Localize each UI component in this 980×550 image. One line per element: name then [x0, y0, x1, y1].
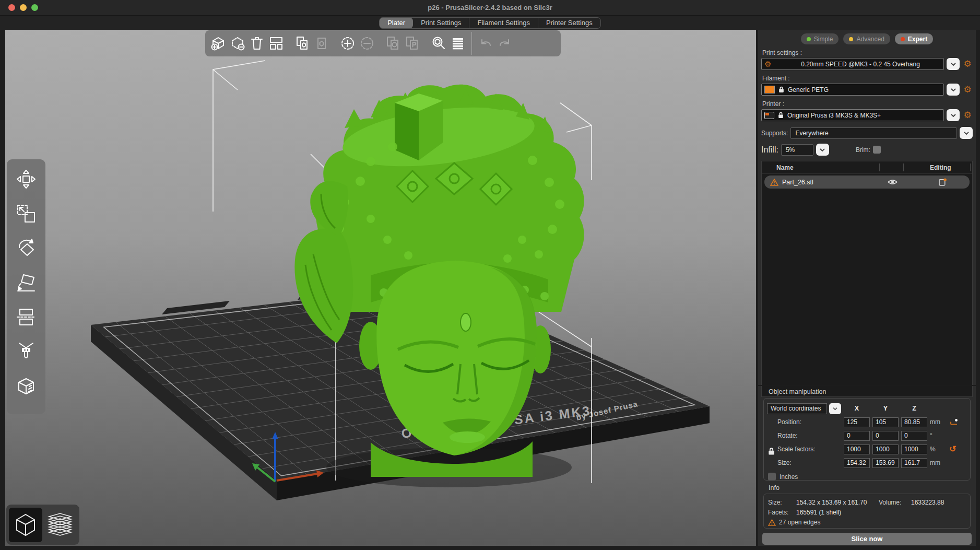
reset-scale-icon[interactable]: ↺: [949, 445, 961, 453]
infill-dropdown-button[interactable]: [816, 144, 829, 156]
slice-now-button[interactable]: Slice now: [762, 533, 972, 545]
info-facets-value: 165591 (1 shell): [796, 509, 879, 516]
undo-icon[interactable]: [477, 30, 494, 56]
delete-object-icon[interactable]: [229, 30, 246, 56]
tab-plater[interactable]: Plater: [380, 18, 413, 28]
print-settings-combo[interactable]: ⚙ 0.20mm SPEED @MK3 - 0.2 45 Overhang: [761, 58, 944, 70]
seam-painting-icon[interactable]: [13, 373, 39, 399]
brim-label: Brim:: [856, 146, 870, 154]
variable-layer-height-icon[interactable]: [449, 30, 467, 56]
tab-print-settings[interactable]: Print Settings: [413, 18, 469, 28]
coordinates-dropdown-button[interactable]: [829, 403, 841, 414]
scale-icon[interactable]: [13, 201, 39, 226]
delete-all-icon[interactable]: [248, 30, 266, 56]
split-to-objects-icon[interactable]: [384, 30, 402, 56]
view-switcher: [6, 505, 79, 545]
inches-checkbox[interactable]: [768, 473, 776, 481]
info-panel: Size: 154.32 x 153.69 x 161.70 Volume: 1…: [763, 494, 971, 529]
position-z-input[interactable]: [901, 417, 927, 427]
rotate-z-input[interactable]: [901, 431, 927, 441]
coordinates-select[interactable]: World coordinates: [767, 403, 827, 414]
panel-divider: [758, 385, 976, 386]
inches-label: Inches: [780, 473, 798, 481]
printer-bed-icon: [764, 112, 774, 119]
info-volume-label: Volume:: [879, 499, 911, 506]
position-x-input[interactable]: [844, 417, 870, 427]
rotate-x-input[interactable]: [844, 431, 870, 441]
position-label: Position:: [767, 418, 841, 426]
drop-to-bed-icon[interactable]: [949, 418, 959, 426]
prusaslicer-window: { "window": { "title": "p26 - PrusaSlice…: [0, 0, 980, 550]
info-title: Info: [769, 484, 780, 492]
object-name: Part_26.stl: [782, 179, 813, 186]
scale-y-input[interactable]: [872, 444, 899, 454]
filament-label: Filament :: [762, 75, 973, 82]
eye-icon[interactable]: [888, 179, 898, 185]
scene-canvas[interactable]: ORIGINAL PRUSA i3 MK3 by Josef Prusa: [5, 30, 756, 546]
axis-x-header: X: [844, 405, 870, 412]
size-label: Size:: [767, 459, 841, 466]
printer-edit-gear-icon[interactable]: ⚙: [962, 111, 973, 120]
add-instance-icon[interactable]: [339, 30, 357, 56]
redo-icon[interactable]: [496, 30, 514, 56]
position-y-input[interactable]: [872, 417, 899, 427]
column-name: Name: [776, 164, 794, 171]
scale-factors-label: Scale factors:: [767, 446, 841, 453]
move-icon[interactable]: [13, 167, 39, 192]
place-on-face-icon[interactable]: [13, 270, 39, 295]
paint-on-supports-icon[interactable]: [13, 339, 39, 364]
info-size-value: 154.32 x 153.69 x 161.70: [796, 499, 879, 506]
filament-combo[interactable]: Generic PETG: [761, 84, 944, 96]
cut-icon[interactable]: [13, 305, 39, 330]
lock-icon: [778, 86, 784, 93]
window-title: p26 - PrusaSlicer-2.4.2 based on Slic3r: [0, 0, 980, 16]
title-bar: p26 - PrusaSlicer-2.4.2 based on Slic3r: [0, 0, 980, 16]
object-manipulation-panel: World coordinates X Y Z Position: mm Rot…: [763, 398, 971, 481]
copy-icon[interactable]: [293, 30, 311, 56]
arrange-icon[interactable]: [267, 30, 285, 56]
rotate-y-input[interactable]: [872, 431, 899, 441]
3d-editor-view-icon[interactable]: [9, 508, 42, 542]
split-to-parts-icon[interactable]: [404, 30, 421, 56]
axis-y-header: Y: [872, 405, 899, 412]
uniform-scale-lock-icon[interactable]: [768, 447, 775, 455]
printer-dropdown-button[interactable]: [947, 109, 960, 121]
printer-combo[interactable]: Original Prusa i3 MK3S & MK3S+: [761, 109, 944, 121]
print-settings-edit-gear-icon[interactable]: ⚙: [962, 60, 973, 68]
editing-icon[interactable]: [939, 178, 947, 186]
top-toolbar: [205, 30, 561, 56]
simple-mode-dot: [807, 37, 811, 41]
remove-instance-icon[interactable]: [358, 30, 376, 56]
3d-viewport[interactable]: ORIGINAL PRUSA i3 MK3 by Josef Prusa: [5, 30, 756, 546]
axis-z-header: Z: [901, 405, 927, 412]
scale-x-input[interactable]: [844, 444, 870, 454]
mode-expert[interactable]: Expert: [895, 33, 933, 44]
tab-strip: Plater Print Settings Filament Settings …: [0, 16, 980, 30]
size-z-input[interactable]: [901, 458, 927, 468]
filament-edit-gear-icon[interactable]: ⚙: [962, 85, 973, 94]
mode-simple[interactable]: Simple: [801, 33, 839, 44]
gizmo-toolbar: [7, 159, 45, 414]
filament-dropdown-button[interactable]: [947, 84, 960, 96]
tab-filament-settings[interactable]: Filament Settings: [469, 18, 537, 28]
object-list: Name Editing Part_26.stl: [761, 161, 973, 397]
print-settings-label: Print settings :: [762, 49, 973, 56]
object-row[interactable]: Part_26.stl: [764, 175, 970, 189]
tab-printer-settings[interactable]: Printer Settings: [538, 18, 600, 28]
size-x-input[interactable]: [844, 458, 870, 468]
mode-selector: Simple Advanced Expert: [761, 33, 973, 44]
paste-icon[interactable]: [313, 30, 330, 56]
add-object-icon[interactable]: [209, 30, 227, 56]
preview-view-icon[interactable]: [43, 508, 77, 542]
supports-select[interactable]: Everywhere: [790, 127, 957, 139]
brim-checkbox[interactable]: [873, 146, 881, 154]
scale-z-input[interactable]: [901, 444, 927, 454]
warning-icon: [768, 519, 776, 526]
print-settings-dropdown-button[interactable]: [947, 58, 960, 70]
rotate-icon[interactable]: [13, 236, 39, 261]
size-y-input[interactable]: [872, 458, 899, 468]
supports-dropdown-button[interactable]: [960, 127, 973, 139]
infill-select[interactable]: 5%: [781, 144, 813, 156]
mode-advanced[interactable]: Advanced: [843, 33, 890, 44]
search-icon[interactable]: [430, 30, 447, 56]
